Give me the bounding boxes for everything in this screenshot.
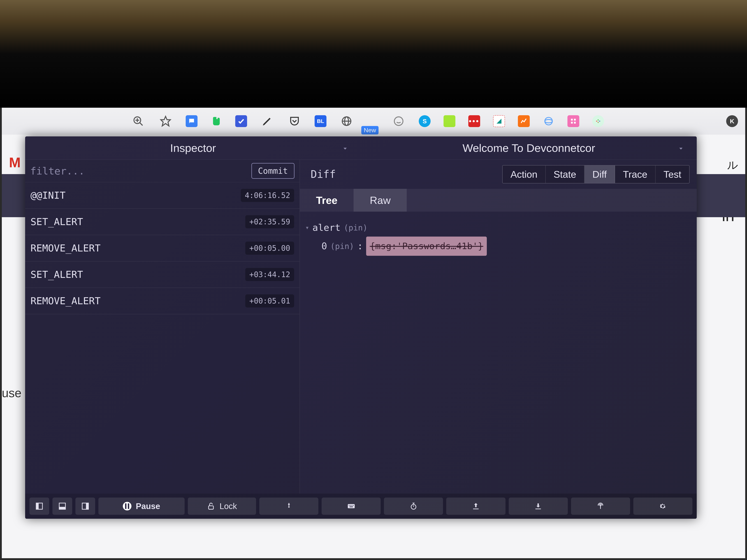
svg-rect-36 — [350, 507, 353, 507]
extension-dots-icon[interactable] — [592, 115, 604, 127]
svg-point-18 — [599, 121, 600, 122]
action-row[interactable]: REMOVE_ALERT +00:05.01 — [25, 288, 300, 314]
lastpass-icon[interactable]: ••• — [468, 115, 480, 127]
text-fragment-ru: ル — [727, 158, 738, 172]
action-name: SET_ALERT — [30, 269, 83, 280]
globe-icon[interactable] — [339, 114, 354, 128]
tab-trace[interactable]: Trace — [615, 165, 655, 183]
upload-button[interactable] — [446, 498, 505, 515]
svg-point-16 — [596, 121, 597, 122]
pause-label: Pause — [136, 501, 160, 511]
stopwatch-icon — [409, 502, 418, 510]
svg-point-17 — [598, 119, 599, 121]
svg-rect-31 — [348, 504, 355, 508]
svg-point-10 — [545, 117, 552, 125]
tab-diff[interactable]: Diff — [585, 165, 615, 183]
svg-marker-4 — [161, 116, 170, 126]
detail-panel: Diff Action State Diff Trace Test Tree R… — [300, 160, 697, 494]
tab-state[interactable]: State — [546, 165, 585, 183]
settings-button[interactable] — [633, 498, 692, 515]
right-panel-visibility-button[interactable] — [75, 498, 95, 515]
action-row[interactable]: @@INIT 4:06:16.52 — [25, 182, 300, 209]
svg-marker-21 — [679, 148, 682, 150]
pen-icon[interactable] — [260, 114, 274, 128]
profile-avatar[interactable]: K — [726, 115, 738, 127]
action-time: +00:05.01 — [245, 294, 294, 308]
subtab-raw[interactable]: Raw — [354, 189, 407, 212]
evernote-icon[interactable] — [210, 115, 222, 127]
svg-rect-33 — [350, 505, 351, 506]
svg-point-37 — [411, 504, 416, 509]
svg-rect-27 — [86, 503, 88, 509]
extension-green-icon[interactable] — [443, 115, 455, 127]
star-icon[interactable] — [158, 114, 173, 128]
detail-header: Diff Action State Diff Trace Test — [300, 160, 697, 189]
detail-tabs: Action State Diff Trace Test — [502, 165, 690, 183]
tree-view: ▾ alert (pin) 0 (pin) : {msg:'Passwords…… — [300, 212, 697, 494]
panel-mode-label: Diff — [311, 168, 336, 180]
svg-point-11 — [545, 119, 552, 123]
extension-sphere-icon[interactable] — [543, 115, 555, 127]
lock-label: Lock — [220, 501, 237, 511]
commit-button[interactable]: Commit — [251, 163, 294, 179]
mail-logo-fragment: M — [9, 154, 21, 171]
svg-marker-9 — [497, 119, 501, 124]
bottom-toolbar: Pause Lock — [25, 494, 697, 519]
action-row[interactable]: SET_ALERT +02:35.59 — [25, 209, 300, 235]
pause-button[interactable]: Pause — [98, 498, 185, 515]
svg-rect-12 — [571, 119, 573, 121]
download-button[interactable] — [509, 498, 568, 515]
svg-marker-20 — [343, 148, 347, 150]
chevron-down-icon — [342, 142, 349, 154]
view-subtabs: Tree Raw — [300, 189, 697, 212]
lock-icon — [207, 502, 215, 510]
subtab-tree[interactable]: Tree — [300, 189, 354, 212]
instance-dropdown[interactable]: Welcome To Devconnetcor — [361, 136, 697, 160]
deleted-value: {msg:'Passwords…41b'} — [366, 237, 487, 256]
pin-label: (pin) — [330, 239, 354, 254]
extension-analytics-icon[interactable] — [518, 115, 530, 127]
extension-icon[interactable] — [186, 115, 198, 127]
text-fragment-use: use — [2, 386, 22, 400]
lock-button[interactable]: Lock — [188, 498, 256, 515]
action-row[interactable]: REMOVE_ALERT +00:05.00 — [25, 235, 300, 262]
slider-button[interactable] — [384, 498, 443, 515]
tree-node-child[interactable]: 0 (pin) : {msg:'Passwords…41b'} — [305, 237, 691, 256]
new-badge: New — [361, 126, 379, 134]
left-panel-visibility-button[interactable] — [29, 498, 49, 515]
keyboard-icon — [347, 502, 355, 510]
pocket-icon[interactable] — [287, 114, 302, 128]
action-list-panel: Commit @@INIT 4:06:16.52 SET_ALERT +02:3… — [25, 160, 300, 494]
tab-action[interactable]: Action — [503, 165, 546, 183]
bottom-panel-visibility-button[interactable] — [52, 498, 72, 515]
remote-button[interactable] — [571, 498, 630, 515]
redux-devtools-panel: Inspector Welcome To Devconnetcor Commit… — [25, 136, 697, 519]
extension-pink-icon[interactable] — [567, 115, 579, 127]
browser-toolbar: BL New S ••• K — [2, 108, 745, 135]
inspector-title: Inspector — [170, 142, 216, 154]
filter-input[interactable] — [30, 165, 248, 177]
dispatch-button[interactable] — [321, 498, 381, 515]
inspector-dropdown[interactable]: Inspector — [25, 136, 361, 160]
tab-test[interactable]: Test — [655, 165, 689, 183]
action-row[interactable]: SET_ALERT +03:44.12 — [25, 262, 300, 288]
extension-check-icon[interactable] — [235, 115, 247, 127]
pin-button[interactable] — [259, 498, 318, 515]
svg-rect-15 — [574, 122, 576, 124]
svg-rect-32 — [349, 505, 350, 506]
skype-icon[interactable]: S — [419, 115, 431, 127]
extension-circle-icon[interactable] — [391, 114, 406, 128]
extension-capture-icon[interactable] — [493, 115, 505, 127]
zoom-icon[interactable] — [131, 114, 146, 128]
svg-rect-30 — [209, 506, 213, 509]
svg-rect-34 — [352, 505, 352, 506]
svg-point-8 — [394, 117, 403, 126]
svg-rect-29 — [128, 504, 129, 509]
upload-icon — [472, 502, 480, 510]
filter-row: Commit — [25, 160, 300, 182]
action-name: REMOVE_ALERT — [30, 242, 101, 254]
tree-key: 0 — [321, 237, 327, 255]
extension-bl-icon[interactable]: BL — [315, 115, 327, 127]
tree-node-root[interactable]: ▾ alert (pin) — [305, 219, 691, 237]
svg-point-41 — [600, 505, 601, 506]
